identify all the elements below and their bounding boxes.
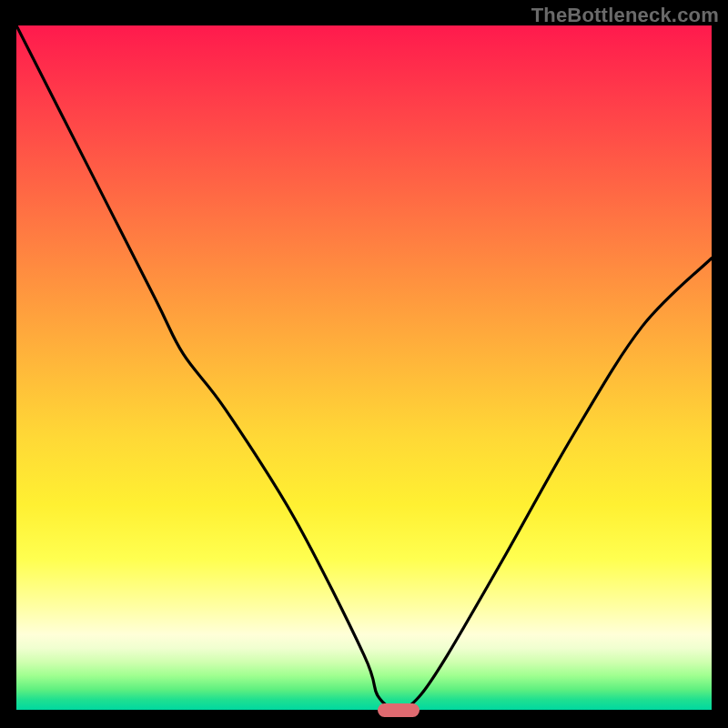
- optimum-marker: [378, 703, 420, 717]
- plot-area: [16, 25, 712, 710]
- chart-frame: TheBottleneck.com: [0, 0, 728, 728]
- watermark-text: TheBottleneck.com: [531, 4, 719, 27]
- bottleneck-curve: [16, 25, 712, 710]
